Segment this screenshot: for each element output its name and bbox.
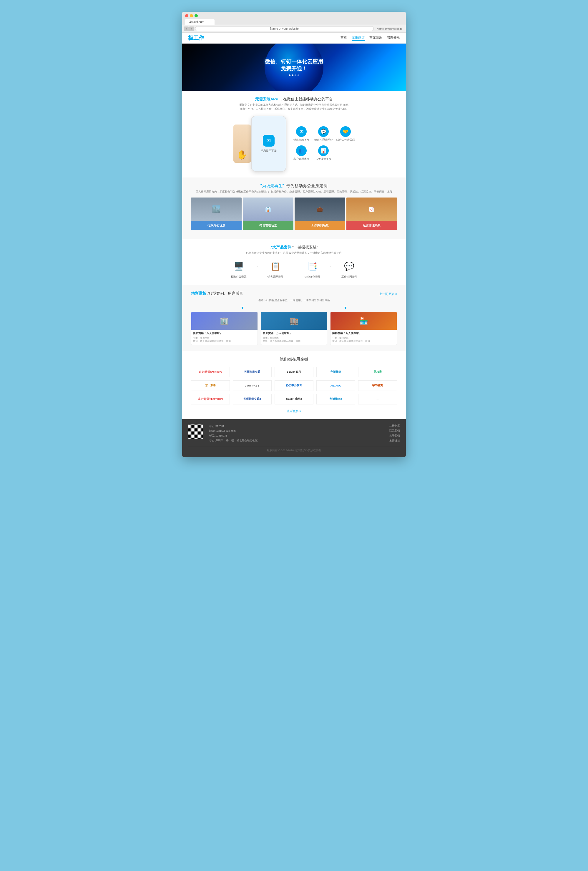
footer-line-3: 电话: 12315931 [209, 433, 383, 438]
logo-huabo-2: 华博物流3 [316, 394, 355, 404]
nav-home[interactable]: 首页 [341, 35, 347, 41]
product-label-2: 销售管理套件 [268, 275, 283, 279]
dot-1[interactable] [289, 75, 290, 76]
ops-photo: 📈 [346, 198, 397, 221]
products-grid: 🖥️ 极政办公套装 · 📋 销售管理套件 · 📑 企业文化套件 · 💬 工作协同… [191, 259, 397, 279]
cases-desc: 看看下行的客观企业单位，一经使用、一学学习管学习管体验 [191, 298, 397, 302]
feature-title-highlight: 无需安装APP [255, 97, 278, 101]
feature-icon-email: ✉ [296, 126, 307, 137]
cases-navigation: 上一页 更多 » [379, 292, 397, 296]
case-card-3[interactable]: 🏪 摄影赏鉴「万人使帮帮」 分类：案例赏析 简述：摄入微信将监控品类说，微博..… [330, 312, 397, 345]
feature-icon-handshake: 🤝 [340, 126, 351, 137]
collab-photo: 💼 [295, 198, 345, 221]
dot-3[interactable] [295, 75, 296, 76]
footer-links: 注册制度 联系我们 关于我们 友情链接 [389, 424, 400, 443]
logo-text-1: 东方希望 [199, 370, 210, 374]
scenario-title: "为场景再生" -专为移动办公量身定制 [191, 183, 397, 189]
logo-text-6: 东一东泰 [205, 383, 216, 388]
product-label-3: 企业文化套件 [305, 275, 320, 279]
nav-appstore[interactable]: 应用商店 [352, 35, 365, 41]
scenario-title-quote: "为场景再生" [260, 183, 284, 188]
case-meta-1: 简述：摄入微信将监控品类说，微博... [193, 340, 256, 343]
footer-qr [188, 424, 203, 438]
footer-line-2: 邮箱: 12315@123.com [209, 429, 383, 433]
products-subtitle: "一键授权安装" [292, 245, 318, 249]
footer-line-4: 地址: 深圳市一番一楼一楼七层企经办公区 [209, 438, 383, 443]
logo-placeholder: ··· [358, 394, 397, 404]
products-tag: 7大产品套件 [270, 245, 291, 249]
feature-label-3: 结合工作素关联 [337, 138, 355, 142]
footer-link-3[interactable]: 关于我们 [389, 434, 400, 438]
browser-tab-active[interactable]: 3bucai.com [185, 19, 214, 25]
url-bar[interactable]: Name of your website [195, 26, 374, 31]
footer-link-4[interactable]: 友情链接 [389, 439, 400, 443]
feature-title: 无需安装APP ，在微信上就能移动办公的平台 [191, 97, 397, 102]
feature-subtitle: 重新定义企业员工的工作方式和信息沟通组织方式，找到既满足企业所有特殊需求又好用 … [238, 103, 350, 111]
back-button[interactable]: ‹ [184, 27, 189, 31]
separator-2: · [293, 263, 295, 269]
browser-window: 3bucai.com ‹ › Name of your website Name… [182, 12, 406, 457]
cases-prev[interactable]: 上一页 [379, 292, 388, 296]
footer-link-1[interactable]: 注册制度 [389, 424, 400, 428]
logo-semir-1: SEMIR 森马 [275, 367, 313, 377]
logo-text-3: SEMIR 森马 [287, 370, 301, 374]
separator-3: · [330, 263, 332, 269]
logo-text-4: 华博物流 [331, 370, 341, 374]
case-img-1: 🏢 [191, 312, 257, 330]
dot-2[interactable] [292, 75, 293, 76]
logo-text-7: COMPAsS [245, 384, 260, 387]
hero-banner: 微信、钉钉一体化云应用 免费开通！ [182, 43, 406, 91]
case-card-1[interactable]: 🏢 摄影赏鉴「万人使帮帮」 分类：案例赏析 简述：摄入微信将监控品类说，微博..… [191, 312, 258, 345]
dot-4[interactable] [298, 75, 299, 76]
cases-tag: 精彩赏析 [191, 291, 206, 296]
logo-dongfang-2: 东方希望2 EAST HOPE [191, 394, 230, 404]
nav-featured[interactable]: 首席应用 [370, 35, 382, 41]
phone-screen: ✉ 消息提示下发 [251, 116, 286, 171]
case-cards: 🏢 摄影赏鉴「万人使帮帮」 分类：案例赏析 简述：摄入微信将监控品类说，微博..… [191, 312, 397, 345]
footer-inner: 地址: 512331 邮箱: 12315@123.com 电话: 1231593… [188, 424, 400, 443]
card-label-collab: 工作协同场景 [295, 221, 345, 230]
minimize-button[interactable] [190, 14, 193, 17]
case-meta-3: 简述：摄入微信将监控品类说，微博... [332, 340, 395, 343]
case-type-1: 分类：案例赏析 [193, 337, 256, 340]
maximize-button[interactable] [195, 14, 198, 17]
site-nav: 首页 应用商店 首席应用 管理登录 [341, 35, 400, 41]
scenario-card-ops: 📈 运营管理场景 [346, 198, 397, 233]
logo-dongfang-1: 东方希望 EAST HOPE [191, 367, 230, 377]
nav-admin[interactable]: 管理登录 [387, 35, 400, 41]
case-card-2[interactable]: 🏬 摄影赏鉴「万人使帮帮」 分类：案例赏析 简述：摄入微信将监控品类说，微博..… [261, 312, 328, 345]
qr-pattern [188, 424, 203, 438]
feature-item-1: ✉ 消息提示下发 [292, 126, 311, 142]
phone-app-icon: ✉ [263, 135, 275, 147]
feature-item-4: 👥 客户管理系统 [292, 145, 311, 161]
cases-next[interactable]: 更多 » [389, 292, 397, 296]
see-more-button[interactable]: 查看更多 » [191, 409, 397, 413]
logo-text-10: 字书鉴赏 [372, 383, 383, 388]
case-arrows: ▼ ▼ [191, 305, 397, 310]
forward-button[interactable]: › [189, 27, 194, 31]
products-desc: 已拥有微信企业号的企业客户，只需32个产品套装包，一键绑定入此移动办公平台 [191, 251, 397, 255]
logo-office: 办公中公教育 [275, 380, 313, 391]
case-title-1: 摄影赏鉴「万人使帮帮」 [193, 331, 256, 335]
browser-toolbar: ‹ › Name of your website Name of your we… [182, 25, 406, 33]
website-content: 极工作 首页 应用商店 首席应用 管理登录 微信、钉钉一体化云应用 免费开通！ [182, 33, 406, 457]
hero-carousel-dots [265, 75, 323, 76]
footer-line-1: 地址: 512331 [209, 424, 383, 429]
sales-photo: 👔 [243, 198, 293, 221]
feature-icons-grid: ✉ 消息提示下发 💬 消息沟通管理处 🤝 结合工作素关联 👥 客户管理系统 [292, 126, 355, 161]
product-4: 💬 工作协同套件 [338, 259, 361, 279]
case-title-2: 摄影赏鉴「万人使帮帮」 [263, 331, 326, 335]
users-title: 他们都在用企微 [191, 357, 397, 362]
products-heading: 7大产品套件 "一键授权安装" 已拥有微信企业号的企业客户，只需32个产品套装包… [191, 245, 397, 255]
logo-zixue: 字书鉴赏 [358, 380, 397, 391]
products-section: 7大产品套件 "一键授权安装" 已拥有微信企业号的企业客户，只需32个产品套装包… [182, 239, 406, 284]
logo-text-13: SEMIR 森马2 [286, 397, 302, 401]
feature-label-5: 云管理管平服 [316, 157, 331, 161]
close-button[interactable] [185, 14, 189, 17]
site-logo[interactable]: 极工作 [188, 34, 204, 42]
feature-label-1: 消息提示下发 [293, 138, 309, 142]
admin-photo: 🏙️ [191, 198, 242, 221]
site-footer: 地址: 512331 邮箱: 12315@123.com 电话: 1231593… [182, 419, 406, 457]
footer-link-2[interactable]: 联系我们 [389, 429, 400, 433]
cases-title-block: 精彩赏析 /典型案例、用户感言 [191, 290, 243, 296]
